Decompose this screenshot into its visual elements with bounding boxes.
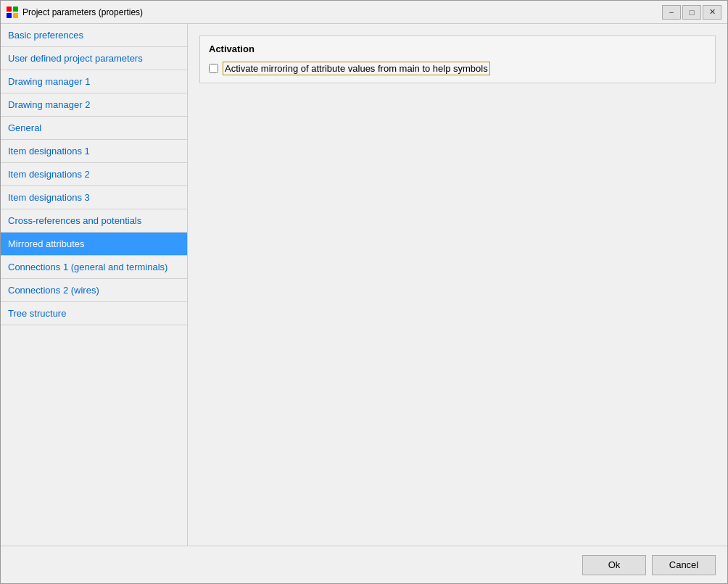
section-title: Activation (209, 43, 706, 54)
ok-button[interactable]: Ok (582, 555, 646, 575)
svg-rect-2 (7, 13, 12, 18)
svg-rect-3 (13, 13, 18, 18)
window-title: Project parameters (properties) (22, 7, 662, 17)
sidebar-item-cross-references[interactable]: Cross-references and potentials (1, 209, 187, 233)
svg-rect-1 (13, 7, 18, 12)
close-button[interactable]: ✕ (703, 5, 721, 20)
sidebar-item-user-defined[interactable]: User defined project parameters (1, 47, 187, 70)
activation-section: Activation Activate mirroring of attribu… (199, 36, 716, 83)
sidebar-item-connections-2[interactable]: Connections 2 (wires) (1, 279, 187, 302)
sidebar-item-item-designations-2[interactable]: Item designations 2 (1, 163, 187, 186)
sidebar-item-mirrored-attributes[interactable]: Mirrored attributes (1, 233, 187, 256)
sidebar: Basic preferencesUser defined project pa… (1, 24, 188, 546)
sidebar-item-tree-structure[interactable]: Tree structure (1, 302, 187, 325)
main-content: Activation Activate mirroring of attribu… (188, 24, 727, 546)
sidebar-item-general[interactable]: General (1, 117, 187, 140)
sidebar-item-item-designations-3[interactable]: Item designations 3 (1, 186, 187, 209)
activate-mirroring-label[interactable]: Activate mirroring of attribute values f… (223, 62, 490, 75)
sidebar-item-connections-1[interactable]: Connections 1 (general and terminals) (1, 256, 187, 279)
window-controls: − □ ✕ (662, 5, 721, 20)
footer: Ok Cancel (1, 546, 727, 583)
maximize-button[interactable]: □ (682, 5, 701, 20)
svg-rect-0 (7, 7, 12, 12)
activate-mirroring-checkbox[interactable] (209, 64, 218, 73)
cancel-button[interactable]: Cancel (652, 555, 716, 575)
sidebar-item-drawing-manager-1[interactable]: Drawing manager 1 (1, 70, 187, 93)
checkbox-row: Activate mirroring of attribute values f… (209, 62, 706, 75)
content-area: Basic preferencesUser defined project pa… (1, 24, 727, 546)
minimize-button[interactable]: − (662, 5, 681, 20)
app-icon (7, 7, 18, 18)
sidebar-item-basic-preferences[interactable]: Basic preferences (1, 24, 187, 47)
sidebar-item-drawing-manager-2[interactable]: Drawing manager 2 (1, 93, 187, 117)
sidebar-item-item-designations-1[interactable]: Item designations 1 (1, 140, 187, 163)
window: Project parameters (properties) − □ ✕ Ba… (0, 0, 728, 584)
title-bar: Project parameters (properties) − □ ✕ (1, 1, 727, 24)
